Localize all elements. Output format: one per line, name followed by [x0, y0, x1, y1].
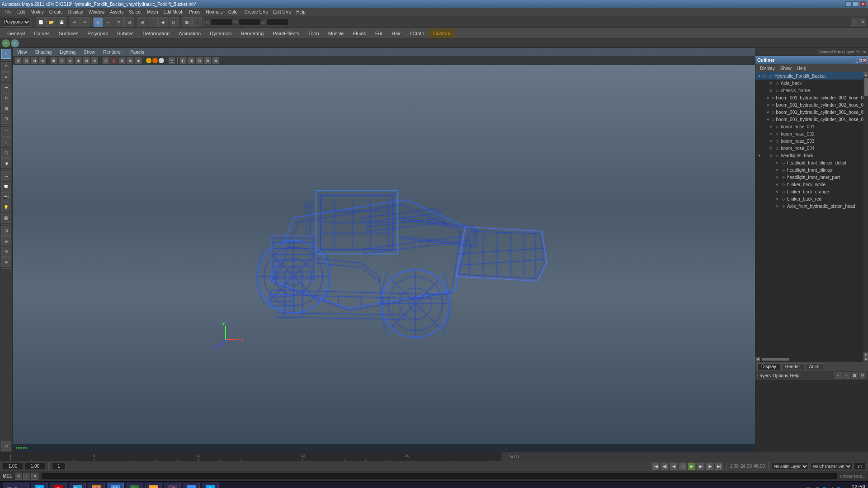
x-field[interactable] [210, 19, 233, 26]
hscroll-left[interactable]: ◀ [755, 357, 760, 361]
vis-icon-1[interactable]: V [768, 80, 774, 86]
outliner-menu-display[interactable]: Display [757, 66, 778, 71]
tool-nurbs[interactable]: ○ [1, 137, 11, 147]
outliner-max[interactable]: □ [859, 58, 862, 63]
scroll-up-arrow[interactable]: ▲ [863, 72, 868, 77]
outliner-item-4[interactable]: V◇boom_001_hydraulic_cylinder_002_hose_0 [755, 101, 863, 108]
vp-icon4[interactable]: ⊡ [196, 57, 203, 64]
tab-fur[interactable]: Fur [371, 28, 387, 38]
vp-tb5[interactable]: ▦ [50, 57, 57, 64]
tool-transform[interactable]: ⊡ [1, 114, 11, 124]
tool-scale[interactable]: ⊞ [1, 103, 11, 113]
vp-icon5[interactable]: ⊞ [204, 57, 211, 64]
tb-open[interactable]: 📂 [46, 17, 56, 27]
tool-move[interactable]: ✛ [1, 83, 11, 93]
attr-tab-render[interactable]: Render [781, 363, 804, 370]
vp-circle-orange[interactable] [152, 58, 158, 63]
minimize-button[interactable]: _ [845, 1, 852, 7]
tool-poly[interactable]: ⬡ [1, 148, 11, 158]
vis-icon-8[interactable]: V [768, 131, 774, 136]
vp-tb1[interactable]: ⊞ [14, 57, 22, 64]
tool-sculpt[interactable]: ◑ [1, 158, 11, 168]
tb-save[interactable]: 💾 [57, 17, 66, 27]
tool-rotate[interactable]: ↻ [1, 93, 11, 103]
menu-edit-uvs[interactable]: Edit UVs [270, 8, 293, 16]
vp-tb8[interactable]: ◉ [75, 57, 82, 64]
vis-icon-17[interactable]: V [774, 196, 780, 202]
tool-select-arrow[interactable]: ↖ [1, 49, 11, 59]
tool-deform[interactable]: ⊛ [1, 236, 11, 246]
tool-camera[interactable]: 📷 [1, 192, 11, 202]
outliner-item-10[interactable]: V◇boom_hose_004 [755, 145, 863, 152]
scroll-down-arrow[interactable]: ▼ [863, 352, 868, 357]
play-back-button[interactable]: ◁ [679, 462, 687, 470]
vp-tb2[interactable]: ⊡ [23, 57, 30, 64]
mel-btn3[interactable]: ✕ [31, 473, 38, 480]
taskbar-photoshop[interactable]: Ps [69, 483, 86, 488]
tb-snap-view[interactable]: ⊡ [169, 17, 179, 27]
menu-edit-mesh[interactable]: Edit Mesh [160, 8, 186, 16]
vp-circle-white[interactable] [159, 58, 164, 63]
outliner-item-5[interactable]: V◇boom_001_hydraulic_cylinder_001_hose_0 [755, 108, 863, 116]
outliner-item-8[interactable]: V◇boom_hose_002 [755, 130, 863, 137]
outliner-item-14[interactable]: V◇headlight_front_inner_part [755, 174, 863, 181]
vis-icon-9[interactable]: V [768, 138, 774, 144]
tool-measure[interactable]: ⊸ [1, 171, 11, 181]
menu-normals[interactable]: Normals [203, 8, 226, 16]
go-start-button[interactable]: |◀ [651, 462, 660, 470]
tool-lasso[interactable]: ⊏ [1, 62, 11, 72]
menu-proxy[interactable]: Proxy [186, 8, 203, 16]
hscroll-right[interactable]: ▶ [863, 357, 868, 361]
attr-btn2[interactable]: - [843, 372, 850, 379]
start-button[interactable]: ⊞ Пуск [3, 483, 29, 488]
outliner-item-9[interactable]: V◇boom_hose_003 [755, 137, 863, 145]
vp-tb13[interactable]: ⊠ [118, 57, 126, 64]
tb-rotate[interactable]: ↻ [114, 17, 124, 27]
menu-create-uvs[interactable]: Create UVs [242, 8, 271, 16]
attr-sub-help[interactable]: Help [790, 373, 799, 378]
z-field[interactable] [266, 19, 289, 26]
frame-end-input[interactable] [854, 463, 865, 470]
tab-hair[interactable]: Hair [387, 28, 405, 38]
tb-help[interactable]: ? [851, 19, 858, 26]
vp-tb12[interactable]: ⊡ [110, 57, 118, 64]
maximize-button[interactable]: □ [853, 1, 859, 7]
tb-undo[interactable]: ↩ [70, 17, 80, 27]
vp-lighting-menu[interactable]: Lighting [58, 50, 77, 55]
tb-snap-point[interactable]: ◉ [158, 17, 168, 27]
tool-bottom1[interactable]: ⊖ [1, 441, 11, 451]
outliner-menu-show[interactable]: Show [778, 66, 794, 71]
vp-circle-yellow[interactable] [146, 58, 151, 63]
hscroll-track[interactable] [760, 357, 863, 361]
vis-icon-2[interactable]: V [768, 88, 774, 93]
next-frame-button[interactable]: ▶ [697, 462, 705, 470]
mel-input[interactable] [41, 473, 837, 480]
vis-icon-10[interactable]: V [768, 145, 774, 151]
tb-snap-grid[interactable]: ⊞ [137, 17, 147, 27]
outliner-item-16[interactable]: V◇blinker_back_orange [755, 188, 863, 195]
vp-show-menu[interactable]: Show [82, 50, 97, 55]
expand-icon-11[interactable]: ▼ [757, 153, 762, 158]
vis-icon-7[interactable]: V [768, 124, 774, 129]
vis-icon-13[interactable]: V [774, 167, 780, 173]
outliner-item-11[interactable]: ▼V◇headlights_back [755, 152, 863, 159]
tab-muscle[interactable]: Muscle [324, 28, 349, 38]
outliner-item-1[interactable]: V◇Axle_back [755, 80, 863, 87]
icon-home[interactable]: ✓ [2, 39, 10, 47]
mel-btn2[interactable]: - [23, 473, 30, 480]
tab-general[interactable]: General [3, 28, 29, 38]
next-key-button[interactable]: |▶ [706, 462, 714, 470]
scroll-thumb[interactable] [864, 78, 868, 96]
char-set-select[interactable]: No Character Set [811, 463, 852, 470]
vp-icon6[interactable]: ⊠ [212, 57, 219, 64]
vis-icon-14[interactable]: V [774, 174, 780, 180]
tab-painteffects[interactable]: PaintEffects [268, 28, 304, 38]
taskbar-blender[interactable]: 🔮 [88, 483, 105, 488]
tool-annotation[interactable]: 💬 [1, 182, 11, 192]
mode-dropdown[interactable]: Polygons [2, 18, 31, 27]
current-time-field2[interactable] [25, 463, 45, 470]
taskbar-skype2[interactable]: S [202, 483, 219, 488]
anim-layer-select[interactable]: No Anim Layer [772, 463, 809, 470]
tool-skeleton[interactable]: ⊗ [1, 257, 11, 267]
outliner-item-18[interactable]: V◇Axle_front_hydraulic_piston_head [755, 202, 863, 210]
